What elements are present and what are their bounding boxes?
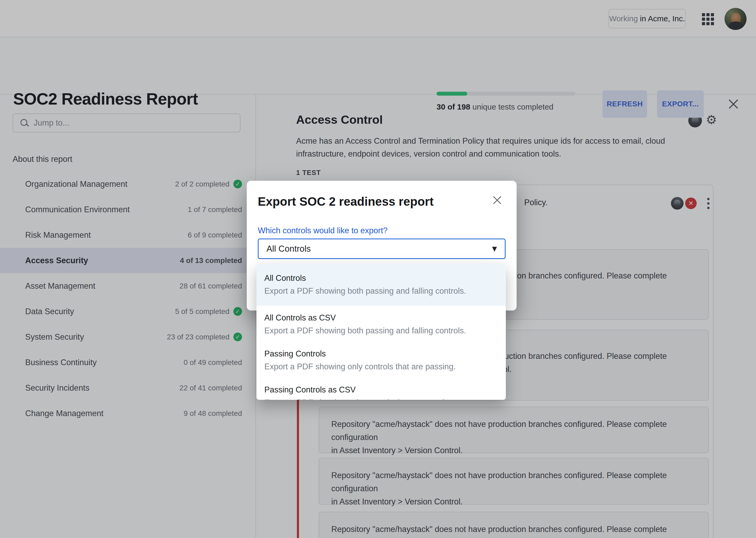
chevron-down-icon: ▼ (492, 245, 497, 252)
option-description: Export a PDF showing only controls that … (264, 398, 498, 400)
option-label: All Controls (264, 273, 498, 284)
option-label: Passing Controls (264, 349, 498, 359)
controls-select-value: All Controls (266, 244, 492, 254)
option-description: Export a PDF showing both passing and fa… (264, 325, 498, 336)
app-root: Working in Acme, Inc. SOC2 Readiness Rep… (0, 0, 756, 538)
dropdown-option-all-controls[interactable]: All ControlsExport a PDF showing both pa… (257, 264, 506, 306)
option-description: Export a PDF showing both passing and fa… (264, 286, 498, 296)
controls-dropdown: All ControlsExport a PDF showing both pa… (257, 264, 506, 400)
option-label: All Controls as CSV (264, 313, 498, 323)
export-question-label: Which controls would like to export? (258, 226, 388, 235)
dropdown-option-passing-controls-as-csv[interactable]: Passing Controls as CSVExport a PDF show… (257, 378, 506, 400)
dropdown-option-passing-controls[interactable]: Passing ControlsExport a PDF showing onl… (257, 342, 506, 378)
controls-select[interactable]: All Controls ▼ (258, 239, 505, 259)
dropdown-option-all-controls-as-csv[interactable]: All Controls as CSVExport a PDF showing … (257, 306, 506, 342)
modal-close-icon[interactable] (492, 194, 503, 206)
option-label: Passing Controls as CSV (264, 385, 498, 395)
modal-title: Export SOC 2 readiness report (258, 194, 434, 209)
option-description: Export a PDF showing only controls that … (264, 361, 498, 372)
